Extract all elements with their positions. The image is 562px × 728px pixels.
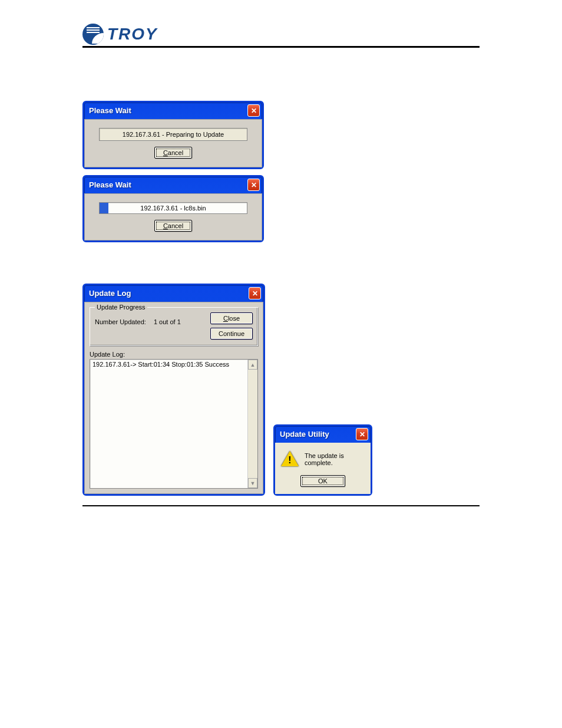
cancel-button[interactable]: Cancel	[154, 220, 192, 232]
ok-button[interactable]: OK	[300, 475, 345, 487]
warning-icon	[281, 451, 299, 467]
header-divider	[82, 46, 480, 48]
titlebar: Please Wait ✕	[84, 177, 262, 193]
close-icon: ✕	[251, 107, 257, 114]
number-updated-value: 1 out of 1	[154, 318, 181, 325]
progress-label: 192.167.3.61 - lc8s.bin	[100, 205, 247, 212]
continue-text: Continue	[219, 330, 244, 337]
please-wait-dialog-progress: Please Wait ✕ 192.167.3.61 - lc8s.bin Ca…	[82, 175, 264, 242]
ok-text: OK	[318, 477, 328, 485]
complete-message: The update is complete.	[305, 452, 365, 466]
scroll-down-icon[interactable]: ▼	[248, 478, 257, 488]
continue-button[interactable]: Continue	[210, 328, 253, 340]
please-wait-dialog-preparing: Please Wait ✕ 192.167.3.61 - Preparing t…	[82, 101, 264, 169]
close-button[interactable]: ✕	[249, 287, 261, 299]
footer-divider	[82, 505, 480, 506]
logo-icon	[82, 24, 104, 45]
cancel-button[interactable]: Cancel	[154, 147, 192, 159]
scrollbar-vertical[interactable]: ▲ ▼	[247, 360, 257, 488]
dialog-body: Update Progress Number Updated: 1 out of…	[84, 302, 263, 494]
group-legend: Update Progress	[95, 304, 147, 311]
update-log-label: Update Log:	[90, 351, 258, 358]
status-text: 192.167.3.61 - Preparing to Update	[123, 131, 224, 138]
titlebar: Update Utility ✕	[275, 426, 371, 443]
titlebar: Update Log ✕	[84, 285, 263, 302]
close-button[interactable]: ✕	[356, 428, 368, 440]
dialog-body: 192.167.3.61 - Preparing to Update Cance…	[84, 119, 262, 167]
close-icon: ✕	[359, 431, 365, 438]
logo: TROY	[82, 24, 480, 45]
titlebar: Please Wait ✕	[84, 103, 262, 119]
update-log-textarea[interactable]: 192.167.3.61-> Start:01:34 Stop:01:35 Su…	[90, 359, 258, 489]
cancel-text: ancel	[168, 222, 183, 229]
update-utility-dialog: Update Utility ✕ The update is complete.…	[273, 424, 372, 496]
dialog-title: Update Utility	[280, 430, 329, 439]
cancel-text: ancel	[168, 149, 183, 156]
dialog-title: Update Log	[89, 289, 131, 298]
close-icon: ✕	[251, 182, 257, 189]
update-log-dialog: Update Log ✕ Update Progress Number Upda…	[82, 284, 265, 496]
logo-text: TROY	[107, 25, 158, 44]
dialog-body: The update is complete. OK	[275, 443, 371, 494]
close-icon: ✕	[252, 290, 258, 297]
dialog-title: Please Wait	[89, 180, 131, 189]
close-button[interactable]: ✕	[247, 179, 260, 191]
progress-bar: 192.167.3.61 - lc8s.bin	[99, 202, 247, 214]
close-dialog-button[interactable]: Close	[210, 312, 253, 324]
number-updated-label: Number Updated:	[95, 318, 146, 325]
log-entry: 192.167.3.61-> Start:01:34 Stop:01:35 Su…	[90, 360, 257, 369]
dialog-title: Please Wait	[89, 106, 131, 115]
close-button[interactable]: ✕	[247, 104, 260, 117]
status-box: 192.167.3.61 - Preparing to Update	[99, 128, 247, 141]
page-header: TROY	[82, 24, 480, 48]
scroll-up-icon[interactable]: ▲	[248, 360, 257, 370]
dialog-body: 192.167.3.61 - lc8s.bin Cancel	[84, 193, 262, 241]
update-progress-group: Update Progress Number Updated: 1 out of…	[90, 307, 258, 346]
